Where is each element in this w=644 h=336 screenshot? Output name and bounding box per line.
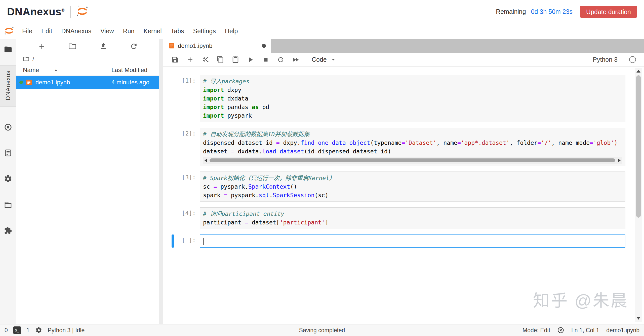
tab-demo1-ipynb[interactable]: demo1.ipynb bbox=[163, 39, 271, 53]
file-browser-tab-icon[interactable] bbox=[4, 45, 12, 55]
cell-type-value: Code bbox=[312, 56, 327, 63]
run-all-cells-icon[interactable] bbox=[292, 56, 300, 63]
save-icon[interactable] bbox=[171, 56, 179, 63]
vertical-scrollbar[interactable] bbox=[635, 68, 642, 322]
code-line: spark = pyspark.sql.SparkSession(sc) bbox=[203, 191, 622, 199]
chevron-down-icon bbox=[330, 57, 336, 63]
breadcrumb-root[interactable]: / bbox=[32, 55, 34, 62]
cell-horizontal-scrollbar[interactable] bbox=[203, 157, 622, 164]
tab-notebook-icon bbox=[168, 43, 175, 49]
command-palette-icon[interactable] bbox=[4, 149, 12, 158]
menu-item-file[interactable]: File bbox=[18, 27, 37, 35]
copy-cells-icon[interactable] bbox=[217, 56, 224, 63]
notebook-cell[interactable]: [1]:# 导入packagesimport dxpyimport dxdata… bbox=[172, 75, 625, 122]
kernel-status-idle-icon[interactable] bbox=[629, 56, 636, 63]
save-status-message: Saving completed bbox=[299, 327, 345, 334]
cell-execution-prompt: [1]: bbox=[176, 75, 196, 122]
file-row-demo1[interactable]: demo1.ipynb 4 minutes ago bbox=[16, 76, 159, 89]
cell-editor[interactable]: # Spark初始化（只运行一次，除非重启Kernel）sc = pyspark… bbox=[200, 172, 625, 202]
menu-item-tabs[interactable]: Tabs bbox=[166, 27, 189, 35]
column-header-name[interactable]: Name ▲ bbox=[23, 66, 111, 74]
sort-ascending-icon[interactable]: ▲ bbox=[54, 68, 58, 72]
cell-type-dropdown[interactable]: Code bbox=[312, 56, 336, 63]
watermark: 知乎 @朱晨 bbox=[533, 287, 628, 311]
menu-item-edit[interactable]: Edit bbox=[37, 27, 57, 35]
remaining-time[interactable]: 0d 3h 50m 23s bbox=[531, 8, 573, 15]
notebook-cell[interactable]: [ ]: bbox=[172, 234, 625, 248]
paste-cells-icon[interactable] bbox=[232, 56, 239, 63]
run-cell-icon[interactable] bbox=[247, 56, 254, 63]
code-line: import pandas as pd bbox=[203, 103, 622, 111]
breadcrumb[interactable]: / bbox=[16, 54, 159, 64]
update-duration-button[interactable]: Update duration bbox=[580, 6, 637, 18]
cell-editor[interactable]: # 导入packagesimport dxpyimport dxdataimpo… bbox=[200, 75, 625, 122]
scroll-up-arrow-icon[interactable] bbox=[636, 70, 640, 73]
mode-indicator[interactable]: Mode: Edit bbox=[522, 327, 550, 334]
new-folder-icon[interactable] bbox=[68, 42, 77, 51]
notebook-file-icon bbox=[25, 79, 32, 86]
cursor-position[interactable]: Ln 1, Col 1 bbox=[571, 327, 599, 334]
file-browser-toolbar bbox=[16, 39, 159, 54]
notebook-cell[interactable]: [2]:# 自动发现分配的数据集ID并加载数据集dispensed_datase… bbox=[172, 128, 625, 166]
cut-cells-icon[interactable] bbox=[202, 56, 209, 63]
terminal-icon[interactable]: $_ bbox=[13, 326, 21, 334]
restart-kernel-icon[interactable] bbox=[277, 56, 285, 63]
column-header-modified[interactable]: Last Modified bbox=[111, 66, 147, 74]
horizontal-scrollbar-thumb[interactable] bbox=[210, 158, 615, 162]
cell-collapser[interactable] bbox=[172, 172, 174, 202]
notification-circle-x-icon[interactable] bbox=[557, 327, 564, 334]
remaining-label: Remaining bbox=[496, 8, 526, 15]
property-inspector-gear-icon[interactable] bbox=[4, 175, 12, 184]
code-line: # 自动发现分配的数据集ID并加载数据集 bbox=[203, 130, 622, 139]
notebook-cell[interactable]: [4]:# 访问participant entityparticipant = … bbox=[172, 207, 625, 229]
jupyter-logo bbox=[76, 5, 88, 18]
registered-mark: ® bbox=[61, 8, 64, 12]
tab-dirty-close-icon[interactable] bbox=[262, 44, 266, 48]
vertical-scrollbar-thumb[interactable] bbox=[636, 75, 641, 218]
scroll-left-arrow-icon[interactable] bbox=[205, 158, 207, 162]
notebook-cell[interactable]: [3]:# Spark初始化（只运行一次，除非重启Kernel）sc = pys… bbox=[172, 172, 625, 202]
refresh-icon[interactable] bbox=[130, 42, 138, 50]
insert-cell-plus-icon[interactable] bbox=[186, 56, 194, 63]
menu-item-settings[interactable]: Settings bbox=[189, 27, 220, 35]
sidebar-tab-dnanexus[interactable]: DNAnexus bbox=[0, 65, 16, 107]
cell-editor[interactable]: # 访问participant entityparticipant = data… bbox=[200, 207, 625, 229]
kernel-name-label[interactable]: Python 3 bbox=[593, 56, 618, 63]
breadcrumb-folder-icon bbox=[23, 56, 29, 62]
open-tabs-icon[interactable] bbox=[4, 201, 12, 210]
file-modified: 4 minutes ago bbox=[111, 79, 149, 86]
menu-item-help[interactable]: Help bbox=[220, 27, 242, 35]
menu-item-run[interactable]: Run bbox=[118, 27, 139, 35]
notebook-scroll-area: [1]:# 导入packagesimport dxpyimport dxdata… bbox=[163, 67, 644, 324]
menu-item-view[interactable]: View bbox=[96, 27, 118, 35]
cell-editor[interactable]: # 自动发现分配的数据集ID并加载数据集dispensed_dataset_id… bbox=[200, 128, 625, 166]
kernel-sessions-gear-icon[interactable] bbox=[35, 327, 42, 334]
code-line: # Spark初始化（只运行一次，除非重启Kernel） bbox=[203, 174, 622, 182]
running-sessions-icon[interactable] bbox=[4, 123, 12, 132]
terminal-count[interactable]: 1 bbox=[26, 327, 30, 334]
status-filename[interactable]: demo1.ipynb bbox=[606, 327, 639, 334]
tab-title: demo1.ipynb bbox=[178, 42, 212, 49]
extensions-puzzle-icon[interactable] bbox=[4, 226, 12, 236]
sidebar-icon-strip: DNAnexus bbox=[0, 39, 16, 324]
scroll-down-arrow-icon[interactable] bbox=[636, 317, 640, 320]
status-left-count[interactable]: 0 bbox=[5, 327, 8, 334]
cell-collapser[interactable] bbox=[172, 75, 174, 122]
menu-item-kernel[interactable]: Kernel bbox=[139, 27, 166, 35]
status-bar: 0 $_ 1 Python 3 | Idle Saving completed … bbox=[0, 324, 644, 336]
terminal-glyph: $_ bbox=[15, 328, 19, 332]
cell-editor[interactable] bbox=[200, 234, 625, 248]
kernel-status-label[interactable]: Python 3 | Idle bbox=[48, 327, 85, 334]
panel-splitter[interactable] bbox=[159, 39, 163, 324]
cell-collapser[interactable] bbox=[172, 207, 174, 229]
upload-icon[interactable] bbox=[99, 42, 107, 50]
text-cursor bbox=[203, 238, 204, 245]
code-line: dispensed_dataset_id = dxpy.find_one_dat… bbox=[203, 139, 622, 147]
sidebar-tab-dnanexus-label: DNAnexus bbox=[5, 71, 12, 100]
menu-item-dnanexus[interactable]: DNAnexus bbox=[57, 27, 96, 35]
scroll-right-arrow-icon[interactable] bbox=[618, 158, 621, 162]
cell-collapser[interactable] bbox=[172, 234, 174, 248]
new-launcher-plus-icon[interactable] bbox=[38, 42, 46, 50]
cell-collapser[interactable] bbox=[172, 128, 174, 166]
stop-kernel-icon[interactable] bbox=[262, 56, 269, 63]
